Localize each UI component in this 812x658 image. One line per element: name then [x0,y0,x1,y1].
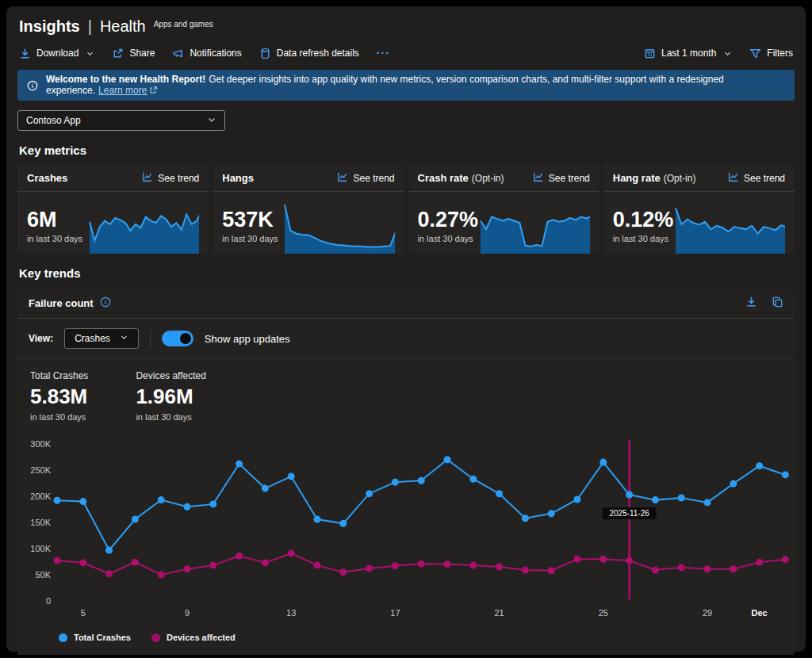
svg-text:2025-11-26: 2025-11-26 [609,509,649,518]
metric-title-suffix: (Opt-in) [664,173,696,184]
app-selector-dropdown[interactable]: Contoso App [17,110,225,131]
svg-text:9: 9 [185,608,190,618]
svg-text:200K: 200K [30,492,51,501]
metric-period: in last 30 days [222,234,284,243]
notifications-button[interactable]: Notifications [172,48,241,59]
key-trends-heading: Key trends [19,266,793,280]
metric-card-crash-rate: Crash rate(Opt-in) See trend 0.27% in la… [408,165,599,254]
show-app-updates-label: Show app updates [205,333,290,345]
share-button[interactable]: Share [112,48,155,59]
metric-title: Crash rate(Opt-in) [418,172,504,184]
banner-bold: Welcome to the new Health Report! [46,74,205,85]
svg-text:250K: 250K [30,465,51,475]
chevron-down-icon [86,49,94,58]
chart-copy-button[interactable] [772,296,783,310]
trend-chart-icon [728,171,739,185]
chart-download-button[interactable] [745,296,757,310]
info-icon[interactable] [100,296,111,310]
info-icon [27,80,38,91]
legend-dot [59,633,67,642]
metric-period: in last 30 days [613,234,675,243]
chevron-down-icon [120,333,128,344]
banner-text: Welcome to the new Health Report!Get dee… [46,74,785,97]
stat-total-crashes: Total Crashes 5.83M in last 30 days [30,370,88,422]
chevron-down-icon [723,49,732,58]
more-options-button[interactable]: ··· [377,47,390,59]
legend-dot [151,633,160,642]
svg-text:300K: 300K [30,439,51,449]
see-trend-link[interactable]: See trend [533,171,590,185]
data-refresh-label: Data refresh details [277,48,359,59]
svg-text:5: 5 [81,608,86,618]
sparkline-chart [89,198,199,254]
title-separator: | [88,17,92,36]
see-trend-link[interactable]: See trend [337,171,394,185]
legend-item-devices-affected[interactable]: Devices affected [151,633,236,642]
svg-text:13: 13 [286,608,296,618]
filters-button[interactable]: Filters [749,48,793,59]
view-dropdown[interactable]: Crashes [64,328,139,349]
app-selector-value: Contoso App [26,115,81,126]
metric-card-hangs: Hangs See trend 537K in last 30 days [213,165,404,254]
megaphone-icon [172,48,184,59]
metric-period: in last 30 days [27,234,89,243]
data-refresh-details-button[interactable]: Data refresh details [259,48,359,59]
metric-value: 0.12% [613,208,675,231]
trend-chart-icon [533,171,544,185]
download-label: Download [36,48,79,59]
metric-title: Crashes [27,172,67,184]
chevron-down-icon [207,115,216,127]
calendar-icon [644,48,656,59]
trend-chart-icon [142,171,153,185]
failure-count-title: Failure count [29,296,111,310]
failure-count-chart[interactable]: 050K100K150K200K250K300K591317212529Dec2… [22,430,807,622]
metric-title-suffix: (Opt-in) [472,173,504,184]
svg-text:Dec: Dec [752,608,768,618]
metric-value: 537K [222,208,284,231]
view-label: View: [29,333,53,344]
metric-value: 6M [27,208,89,231]
learn-more-link[interactable]: Learn more [98,85,147,96]
legend-item-total-crashes[interactable]: Total Crashes [59,633,131,642]
date-range-label: Last 1 month [661,48,716,59]
svg-text:29: 29 [703,608,712,618]
download-button[interactable]: Download [19,48,94,59]
metric-card-hang-rate: Hang rate(Opt-in) See trend 0.12% in las… [603,165,795,254]
metric-value: 0.27% [418,208,480,231]
more-icon: ··· [377,47,390,59]
share-label: Share [129,48,155,59]
chart-stats: Total Crashes 5.83M in last 30 days Devi… [17,359,795,425]
failure-count-card: Failure count View: Crashes Show app upd… [17,288,795,655]
metric-period: in last 30 days [418,234,480,243]
database-icon [259,48,271,59]
toolbar: Download Share Notifications [17,47,795,59]
key-metrics-heading: Key metrics [19,143,793,157]
health-report-panel: Insights | Health Apps and games Downloa… [6,6,806,652]
download-icon [745,298,757,310]
filter-icon [749,48,761,59]
see-trend-link[interactable]: See trend [728,171,785,185]
svg-text:150K: 150K [30,518,51,527]
title-health: Health [100,17,146,36]
chart-controls: View: Crashes Show app updates [17,319,795,359]
download-icon [19,48,31,59]
svg-text:21: 21 [494,608,504,618]
svg-text:100K: 100K [30,544,51,553]
view-dropdown-value: Crashes [75,333,110,344]
sparkline-chart [675,198,785,254]
chart-legend: Total Crashes Devices affected [17,625,795,655]
page-title: Insights | Health Apps and games [17,14,795,36]
see-trend-link[interactable]: See trend [142,171,199,185]
info-banner: Welcome to the new Health Report!Get dee… [17,70,795,101]
share-icon [112,48,124,59]
divider [150,329,151,348]
sparkline-chart [284,198,394,254]
copy-icon [772,298,783,310]
key-metrics-cards: Crashes See trend 6M in last 30 days Han… [17,165,795,254]
svg-text:50K: 50K [35,570,51,580]
metric-card-crashes: Crashes See trend 6M in last 30 days [17,165,209,254]
svg-text:25: 25 [599,608,608,618]
show-app-updates-toggle[interactable] [162,331,193,346]
date-range-selector[interactable]: Last 1 month [644,48,732,59]
title-apps-and-games: Apps and games [154,20,213,29]
